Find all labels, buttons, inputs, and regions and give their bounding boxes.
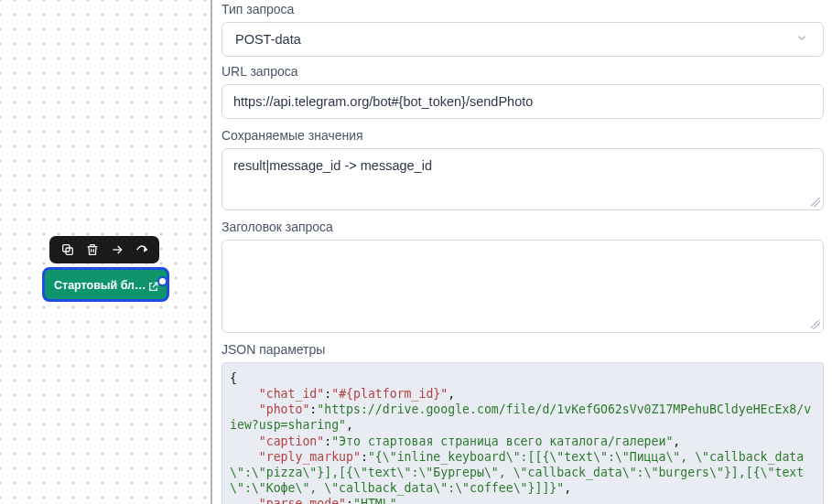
node-toolbar: [49, 236, 159, 263]
copy-icon[interactable]: [59, 241, 76, 258]
arrow-right-icon[interactable]: [109, 241, 125, 258]
share-icon[interactable]: [134, 241, 150, 258]
request-type-label: Тип запроса: [222, 2, 823, 16]
node-label: Стартовый блок Катал: [54, 273, 153, 292]
request-type-value: POST-data: [235, 32, 301, 47]
request-type-select[interactable]: POST-data: [222, 22, 824, 57]
json-params-editor[interactable]: { "chat_id":"#{platform_id}", "photo":"h…: [222, 362, 824, 504]
saved-values-wrap: [222, 148, 824, 210]
url-label: URL запроса: [222, 64, 823, 79]
url-input-wrap: [222, 84, 824, 119]
saved-values-label: Сохраняемые значения: [222, 128, 823, 143]
chevron-down-icon: [795, 32, 808, 48]
request-header-wrap: [222, 240, 824, 333]
json-params-label: JSON параметры: [222, 342, 823, 357]
settings-panel: Тип запроса POST-data URL запроса Сохран…: [211, 0, 832, 504]
url-input[interactable]: [233, 94, 812, 109]
start-catalog-node[interactable]: Стартовый блок Катал: [42, 267, 169, 302]
trash-icon[interactable]: [84, 241, 101, 258]
saved-values-textarea[interactable]: [222, 149, 823, 206]
request-header-label: Заголовок запроса: [222, 220, 823, 234]
external-link-icon[interactable]: [147, 281, 159, 295]
request-header-textarea[interactable]: [222, 241, 823, 328]
